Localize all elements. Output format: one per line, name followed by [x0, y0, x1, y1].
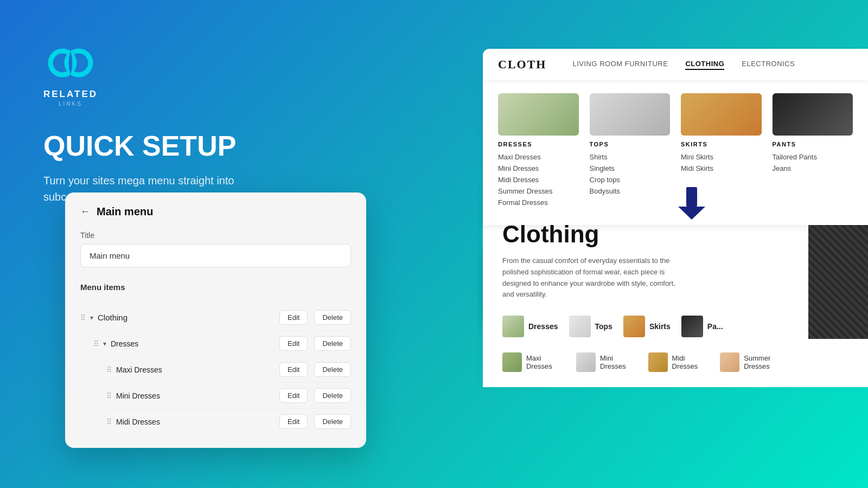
item-name-clothing: Clothing — [98, 313, 275, 322]
admin-title: Main menu — [97, 206, 153, 218]
sub-item-img-mini — [576, 352, 596, 372]
delete-midi-button[interactable]: Delete — [314, 414, 351, 429]
mega-link-midi-skirts[interactable]: Midi Skirts — [681, 164, 762, 172]
mega-img-pants — [773, 93, 853, 136]
logo-svg — [43, 43, 98, 87]
menu-item-dresses: ⠿ ▾ Dresses Edit Delete — [93, 331, 351, 357]
menu-item-midi: ⠿ Midi Dresses Edit Delete — [106, 409, 351, 435]
menu-item-mini: ⠿ Mini Dresses Edit Delete — [106, 383, 351, 409]
sub-cat-name-dresses: Dresses — [528, 322, 558, 331]
sub-item-img-summer — [720, 352, 739, 372]
drag-handle-clothing[interactable]: ⠿ — [80, 313, 86, 322]
nav-link-electronics[interactable]: ELECTRONICS — [742, 60, 795, 70]
sub-item-img-maxi — [502, 352, 522, 372]
mega-link-jeans[interactable]: Jeans — [773, 164, 853, 172]
mega-menu: DRESSES Maxi Dresses Mini Dresses Midi D… — [483, 80, 868, 225]
sub-cat-img-tops — [569, 316, 591, 337]
edit-mini-button[interactable]: Edit — [279, 388, 308, 403]
edit-clothing-button[interactable]: Edit — [279, 310, 308, 325]
nav-link-clothing[interactable]: CLOTHING — [685, 60, 724, 70]
mega-img-skirts — [681, 93, 762, 136]
sub-item-img-midi — [648, 352, 668, 372]
edit-maxi-button[interactable]: Edit — [279, 362, 308, 377]
mega-link-tailored[interactable]: Tailored Pants — [773, 153, 853, 161]
chevron-dresses[interactable]: ▾ — [103, 340, 106, 348]
drag-handle-maxi[interactable]: ⠿ — [106, 365, 112, 374]
item-name-maxi: Maxi Dresses — [116, 365, 275, 374]
drag-handle-midi[interactable]: ⠿ — [106, 418, 112, 426]
title-form-group: Title — [80, 231, 351, 267]
item-name-mini: Mini Dresses — [116, 391, 275, 400]
sub-cat-pants[interactable]: Pa... — [681, 316, 723, 337]
drag-handle-dresses[interactable]: ⠿ — [93, 339, 99, 348]
sub-cat-img-dresses — [502, 316, 524, 337]
delete-dresses-button[interactable]: Delete — [314, 336, 351, 351]
mega-link-shirts[interactable]: Shirts — [590, 153, 671, 161]
delete-mini-button[interactable]: Delete — [314, 388, 351, 403]
mega-img-tops — [590, 93, 671, 136]
sub-item-summer[interactable]: Summer Dresses — [720, 352, 795, 372]
mega-link-midi[interactable]: Midi Dresses — [498, 176, 579, 184]
mega-link-maxi[interactable]: Maxi Dresses — [498, 153, 579, 161]
sub-item-name-maxi: Maxi Dresses — [526, 354, 566, 370]
mega-link-mini-skirts[interactable]: Mini Skirts — [681, 153, 762, 161]
sub-cat-name-pants: Pa... — [707, 322, 723, 331]
title-label: Title — [80, 231, 351, 240]
sub-cat-name-tops: Tops — [595, 322, 612, 331]
arrow-shaft — [686, 187, 697, 207]
sub-cat-name-skirts: Skirts — [649, 322, 671, 331]
logo-sub: LINKS — [59, 101, 82, 107]
hero-title: QUICK SETUP — [43, 131, 236, 162]
chevron-clothing[interactable]: ▾ — [90, 314, 93, 322]
edit-dresses-button[interactable]: Edit — [279, 336, 308, 351]
subcollection-panel: Clothing From the casual comfort of ever… — [483, 203, 868, 387]
mega-cat-pants: PANTS — [773, 141, 853, 147]
item-name-midi: Midi Dresses — [116, 418, 275, 426]
store-nav: CLOTH LIVING ROOM FURNITURE CLOTHING ELE… — [483, 49, 868, 80]
sub-item-name-midi: Midi Dresses — [672, 354, 711, 370]
admin-header: ← Main menu — [80, 206, 351, 218]
mega-col-tops: TOPS Shirts Singlets Crop tops Bodysuits — [590, 93, 671, 210]
mega-link-crop[interactable]: Crop tops — [590, 176, 671, 184]
nav-link-living[interactable]: LIVING ROOM FURNITURE — [572, 60, 668, 70]
subcollection-items-row: Maxi Dresses Mini Dresses Midi Dresses S… — [502, 352, 795, 372]
arrow-down — [678, 187, 705, 220]
sub-cat-skirts[interactable]: Skirts — [623, 316, 671, 337]
sub-item-midi[interactable]: Midi Dresses — [648, 352, 711, 372]
mega-link-bodysuits[interactable]: Bodysuits — [590, 187, 671, 195]
sub-item-mini[interactable]: Mini Dresses — [576, 352, 639, 372]
sub-cat-dresses[interactable]: Dresses — [502, 316, 558, 337]
back-button[interactable]: ← — [80, 206, 90, 217]
subcollection-categories-row: Dresses Tops Skirts Pa... — [502, 316, 795, 337]
sub-item-name-summer: Summer Dresses — [744, 354, 795, 370]
drag-handle-mini[interactable]: ⠿ — [106, 391, 112, 400]
menu-item-clothing: ⠿ ▾ Clothing Edit Delete — [80, 305, 351, 331]
store-logo: CLOTH — [498, 57, 546, 72]
mega-col-dresses: DRESSES Maxi Dresses Mini Dresses Midi D… — [498, 93, 579, 210]
title-input[interactable] — [80, 244, 351, 267]
admin-panel: ← Main menu Title Menu items ⠿ ▾ Clothin… — [65, 192, 366, 448]
mega-cat-dresses: DRESSES — [498, 141, 579, 147]
mega-link-summer[interactable]: Summer Dresses — [498, 187, 579, 195]
mega-col-pants: PANTS Tailored Pants Jeans — [773, 93, 853, 210]
subcollection-description: From the casual comfort of everyday esse… — [502, 255, 676, 300]
edit-midi-button[interactable]: Edit — [279, 414, 308, 429]
menu-items-label: Menu items — [80, 278, 351, 296]
preview-section: CLOTH LIVING ROOM FURNITURE CLOTHING ELE… — [477, 0, 868, 488]
mega-cat-skirts: SKIRTS — [681, 141, 762, 147]
logo-text: RELATED — [43, 89, 98, 100]
store-nav-links: LIVING ROOM FURNITURE CLOTHING ELECTRONI… — [572, 60, 795, 70]
arrow-head — [678, 207, 705, 220]
mega-link-formal[interactable]: Formal Dresses — [498, 198, 579, 207]
delete-clothing-button[interactable]: Delete — [314, 310, 351, 325]
logo-wrapper: RELATED LINKS — [43, 43, 98, 107]
mega-link-singlets[interactable]: Singlets — [590, 164, 671, 172]
mega-link-mini[interactable]: Mini Dresses — [498, 164, 579, 172]
sub-item-name-mini: Mini Dresses — [600, 354, 639, 370]
sub-cat-img-skirts — [623, 316, 645, 337]
mega-img-dresses — [498, 93, 579, 136]
mega-cat-tops: TOPS — [590, 141, 671, 147]
sub-item-maxi[interactable]: Maxi Dresses — [502, 352, 566, 372]
sub-cat-tops[interactable]: Tops — [569, 316, 612, 337]
delete-maxi-button[interactable]: Delete — [314, 362, 351, 377]
